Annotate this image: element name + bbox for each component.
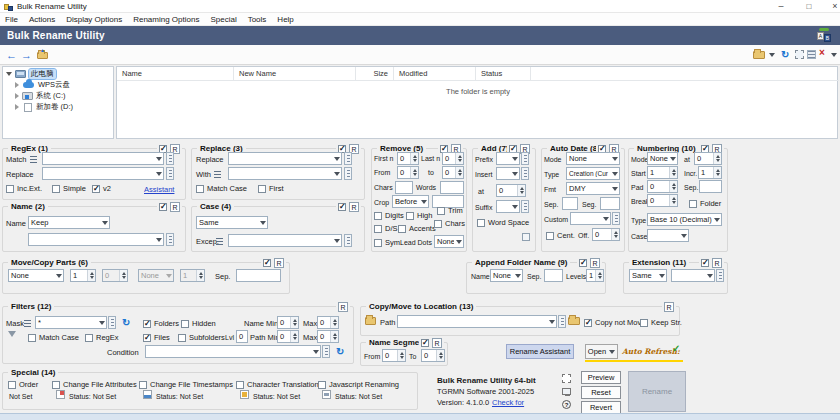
remove-from-spinner[interactable]: 0	[397, 166, 419, 179]
help-icon[interactable]: ?	[562, 400, 571, 409]
with-grip-button[interactable]	[344, 167, 352, 180]
browse-folder-icon[interactable]	[568, 317, 580, 325]
digits-checkbox[interactable]: Digits	[374, 211, 404, 220]
lead-dots-dropdown[interactable]: None	[434, 235, 464, 248]
chevron-down-icon[interactable]	[510, 201, 519, 212]
menu-special[interactable]: Special	[210, 15, 236, 24]
chevron-down-icon[interactable]	[705, 270, 714, 281]
replace-match-case-checkbox[interactable]: Match Case	[196, 184, 247, 193]
tree-item-drive-c[interactable]: 系统 (C:)	[15, 91, 66, 101]
case-mode-dropdown[interactable]: Same	[196, 216, 268, 229]
chevron-down-icon[interactable]	[679, 230, 688, 241]
rename-assistant-button[interactable]: Rename Assistant	[506, 344, 574, 359]
mask-grip-button[interactable]	[108, 316, 116, 329]
chars-checkbox[interactable]: Chars	[434, 219, 465, 228]
copy-move-reset-button[interactable]: R	[664, 302, 674, 312]
replace-grip-button[interactable]	[344, 152, 352, 165]
regex-match-grip-button[interactable]	[166, 152, 174, 165]
custom-combobox[interactable]	[570, 212, 611, 225]
back-icon[interactable]: ←	[6, 46, 17, 64]
subfolders-checkbox[interactable]: Subfolders	[178, 333, 225, 342]
break-spinner[interactable]: 0	[647, 194, 678, 207]
chevron-down-icon[interactable]	[332, 235, 341, 246]
sym-checkbox[interactable]: Sym.	[374, 238, 402, 247]
excep-grip-button[interactable]	[344, 234, 352, 247]
chevron-right-icon[interactable]	[15, 104, 19, 110]
refresh-icon[interactable]: ↻	[781, 49, 789, 60]
case-reset-button[interactable]: R	[349, 202, 359, 212]
move-copy-reset-button[interactable]: R	[274, 258, 284, 268]
regex-replace-combobox[interactable]	[42, 167, 164, 180]
list-view-icon[interactable]	[807, 50, 816, 59]
date-type-dropdown[interactable]: Creation (Cur	[566, 167, 620, 180]
name-mode-dropdown[interactable]: Keep	[28, 216, 110, 229]
move-copy-n1-spinner[interactable]: 1	[70, 269, 96, 282]
javascript-renaming-checkbox[interactable]: Javascript Renaming	[318, 380, 399, 389]
column-header-new-name[interactable]: New Name	[234, 67, 356, 80]
hidden-checkbox[interactable]: Hidden	[181, 319, 216, 328]
last-n-spinner[interactable]: 0	[442, 152, 464, 165]
name-segment-reset-button[interactable]: R	[432, 338, 442, 348]
high-checkbox[interactable]: High	[406, 211, 432, 220]
column-header-status[interactable]: Status	[476, 67, 531, 80]
open-button[interactable]: Open	[585, 344, 618, 359]
chevron-down-icon[interactable]	[332, 153, 341, 164]
lvl-input[interactable]: 0	[236, 330, 248, 343]
num-case-dropdown[interactable]	[647, 229, 689, 242]
minimize-button[interactable]: –	[770, 0, 792, 13]
chevron-down-icon[interactable]	[258, 217, 267, 228]
replace-combobox[interactable]	[228, 152, 342, 165]
select-all-icon[interactable]	[795, 50, 804, 59]
filters-reset-button[interactable]: R	[338, 302, 348, 312]
filters-match-case-checkbox[interactable]: Match Case	[28, 333, 79, 342]
crop-dropdown[interactable]: Before	[392, 195, 429, 208]
chevron-down-icon[interactable]	[154, 168, 163, 179]
name-segment-enable-checkbox[interactable]	[421, 339, 429, 347]
change-attributes-checkbox[interactable]: Change File Attributes	[52, 380, 137, 389]
extension-enable-checkbox[interactable]	[701, 259, 709, 267]
append-folder-enable-checkbox[interactable]	[579, 259, 587, 267]
menu-file[interactable]: File	[5, 15, 18, 24]
order-checkbox[interactable]: Order	[8, 380, 38, 389]
menu-help[interactable]: Help	[277, 15, 293, 24]
off-spinner[interactable]: 0	[592, 228, 620, 241]
segment-from-spinner[interactable]: 0	[382, 349, 406, 362]
timestamps-icon[interactable]	[143, 390, 152, 399]
regex-replace-grip-button[interactable]	[166, 167, 174, 180]
add-at-spinner[interactable]: 0	[496, 184, 526, 197]
filter-options-icon[interactable]	[8, 331, 16, 337]
tree-item-drive-d[interactable]: 新加卷 (D:)	[15, 102, 73, 112]
forward-icon[interactable]: →	[21, 46, 32, 64]
append-folder-reset-button[interactable]: R	[590, 258, 600, 268]
keep-str-checkbox[interactable]: Keep Str.	[640, 318, 682, 327]
insert-combobox[interactable]	[496, 167, 520, 180]
move-copy-mode1-dropdown[interactable]: None	[8, 269, 64, 282]
name-min-spinner[interactable]: 0	[277, 316, 299, 329]
change-timestamps-checkbox[interactable]: Change File Timestamps	[139, 380, 233, 389]
chevron-down-icon[interactable]	[547, 316, 556, 327]
extension-grip-button[interactable]	[716, 269, 724, 282]
chevron-down-icon[interactable]	[610, 153, 619, 164]
chevron-down-icon[interactable]	[6, 72, 12, 76]
append-sep-input[interactable]	[544, 269, 563, 282]
path-min-spinner[interactable]: 0	[277, 330, 299, 343]
column-header-size[interactable]: Size	[356, 67, 394, 80]
condition-grip-button[interactable]	[322, 345, 330, 358]
ds-checkbox[interactable]: D/S	[374, 224, 398, 233]
path-combobox[interactable]	[397, 315, 557, 328]
preview-button[interactable]: Preview	[581, 371, 621, 384]
cent-checkbox[interactable]: Cent.	[546, 231, 575, 240]
chevron-down-icon[interactable]	[97, 317, 106, 328]
start-spinner[interactable]: 1	[647, 166, 678, 179]
chevron-down-icon[interactable]	[513, 270, 522, 281]
folder-dropdown-icon[interactable]	[769, 53, 775, 57]
mask-combobox[interactable]: *	[35, 316, 107, 329]
chevron-down-icon[interactable]	[510, 153, 519, 164]
pin-window-icon[interactable]	[562, 374, 571, 383]
v2-checkbox[interactable]: v2	[92, 184, 111, 193]
tree-item-this-pc[interactable]: 此电脑	[6, 69, 56, 79]
prefix-grip-button[interactable]	[521, 152, 529, 165]
name-reset-button[interactable]: R	[170, 202, 180, 212]
chevron-right-icon[interactable]	[15, 82, 19, 88]
chevron-down-icon[interactable]	[419, 196, 428, 207]
